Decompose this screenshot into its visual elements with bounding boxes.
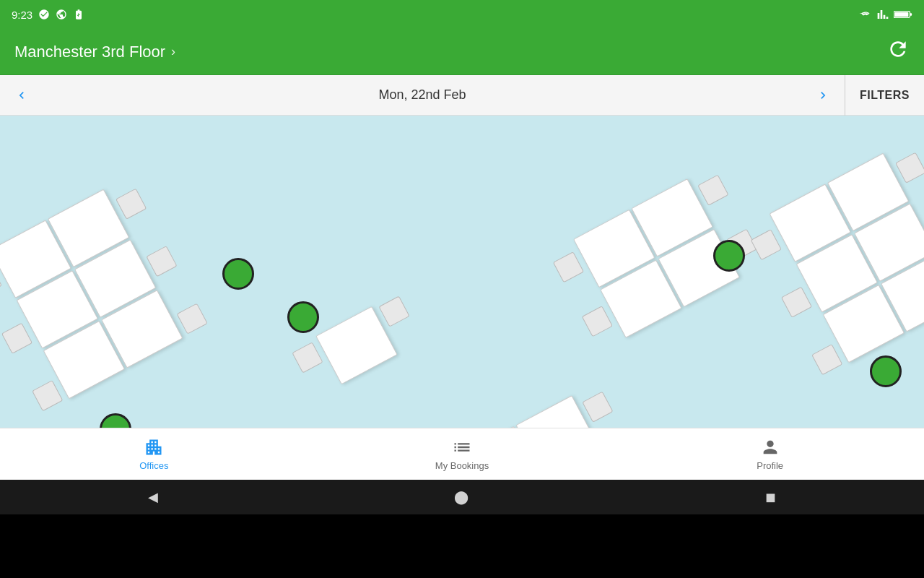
back-button[interactable]: ◀ [148,489,158,505]
offices-nav-label: Offices [139,460,168,471]
offices-icon [144,437,164,457]
status-left: 9:23 [12,9,84,21]
date-nav: Mon, 22nd Feb FILTERS [0,75,924,116]
time-display: 9:23 [12,9,32,21]
wifi-icon [858,9,872,20]
standalone-desk-1 [315,306,397,384]
app-bar-title[interactable]: Manchester 3rd Floor › [14,43,175,61]
profile-nav-label: Profile [757,460,783,471]
filters-label: FILTERS [860,89,910,102]
refresh-icon [886,38,910,61]
battery-icon [894,9,912,20]
home-button[interactable]: ⬤ [454,489,468,505]
nav-offices[interactable]: Offices [0,428,308,480]
app-title-text: Manchester 3rd Floor [14,43,165,61]
filters-button[interactable]: FILTERS [845,75,924,116]
available-desk-dot-6[interactable] [870,355,902,387]
svg-rect-2 [894,12,908,17]
recents-button[interactable]: ◼ [765,489,776,505]
svg-rect-1 [910,13,912,15]
available-desk-dot-2[interactable] [287,301,319,333]
floor-map[interactable] [0,116,924,428]
refresh-button[interactable] [886,38,910,66]
breadcrumb-chevron: › [171,44,175,59]
next-date-button[interactable] [801,75,845,116]
status-bar: 9:23 [0,0,924,29]
available-desk-dot-1[interactable] [222,258,254,290]
status-right [858,9,912,20]
android-nav-bar: ◀ ⬤ ◼ [0,480,924,514]
bottom-nav: Offices My Bookings Profile [0,428,924,480]
nav-my-bookings[interactable]: My Bookings [308,428,616,480]
desk-cluster-3 [458,395,624,428]
nav-profile[interactable]: Profile [616,428,924,480]
desk-cluster-1 [0,189,183,400]
my-bookings-icon [452,437,472,457]
profile-icon [760,437,780,457]
current-date: Mon, 22nd Feb [43,87,801,103]
desk-cluster-4 [770,153,924,363]
notification-icon [38,9,50,20]
my-bookings-nav-label: My Bookings [435,460,489,471]
prev-date-button[interactable] [0,75,43,116]
battery-saver-icon [73,9,84,20]
app-bar: Manchester 3rd Floor › [0,29,924,75]
available-desk-dot-3[interactable] [100,413,131,428]
globe-icon [56,9,67,20]
available-desk-dot-5[interactable] [713,240,745,272]
signal-icon [876,9,889,20]
